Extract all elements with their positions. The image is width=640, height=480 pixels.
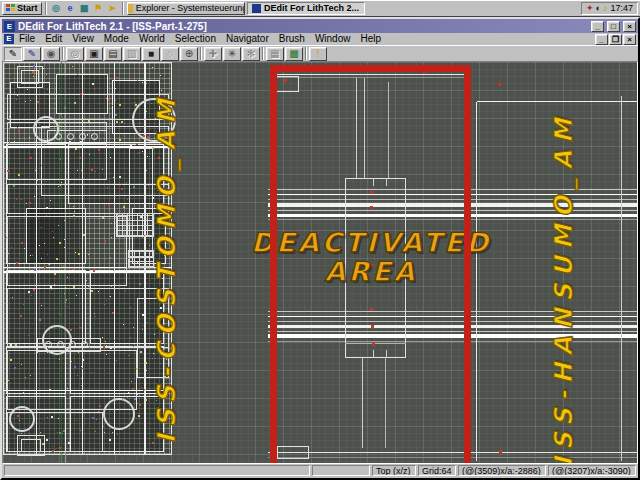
map-dot [136,143,138,145]
map-dot [131,381,132,382]
map-dot [21,364,22,365]
menu-view[interactable]: View [67,33,99,45]
geometry-line [268,325,638,328]
menu-mode[interactable]: Mode [99,33,134,45]
circle-tool[interactable]: ◎ [66,47,84,61]
map-dot [136,368,138,370]
close-button[interactable]: × [623,21,636,32]
taskbar-task-0[interactable]: Explorer - Systemsteuerung [127,2,245,15]
menu-navigator[interactable]: Navigator [221,33,274,45]
map-dot [142,329,143,330]
map-dot [46,207,48,209]
start-button[interactable]: Start [2,2,42,15]
menu-edit[interactable]: Edit [40,33,67,45]
window-title: DEdit For LithTech 2.1 - [ISS-Part-1-275… [18,21,588,32]
geometry-line [273,77,471,78]
geometry-line [345,343,406,344]
map-dot [44,266,46,268]
title-bar[interactable]: E DEdit For LithTech 2.1 - [ISS-Part-1-2… [2,19,638,33]
menu-file[interactable]: File [14,33,40,45]
mdi-close-button[interactable]: × [623,34,636,45]
internet-explorer-icon[interactable]: e [64,2,77,15]
block-tool[interactable]: ▣ [85,47,103,61]
maximize-button[interactable]: □ [607,21,620,32]
tray-volume-icon[interactable]: ◐ [596,3,601,14]
brush-tool[interactable]: ✎ [23,47,41,61]
map-dot [82,368,83,369]
snowflake-tool[interactable]: ✻ [242,47,260,61]
map-dot [106,300,107,301]
taskbar-task-1[interactable]: DEdit For LithTech 2... [247,2,365,15]
map-dot [68,442,70,444]
map-dot [92,83,94,85]
region-tool[interactable]: ▥ [123,47,141,61]
geometry-line [388,82,389,178]
menu-selection[interactable]: Selection [170,33,221,45]
menu-brush[interactable]: Brush [274,33,310,45]
map-dot [109,439,111,441]
marker-tool[interactable]: ✳ [223,47,241,61]
map-dot [142,82,143,83]
map-dot [7,314,8,315]
map-dot [134,155,135,156]
map-dot [34,196,35,197]
launch-key-icon[interactable]: ➤ [106,2,119,15]
map-viewport[interactable]: ISS-COSTOMO_AM ISS-HANSUMO_AM DEACTIVATE… [2,61,638,464]
show-desktop-icon[interactable]: ▦ [78,2,91,15]
map-dot [136,109,137,110]
crosshair-tool[interactable]: ✚ [204,47,222,61]
brushes-tool[interactable]: ▤ [104,47,122,61]
map-dot [117,434,118,435]
menu-world[interactable]: World [134,33,170,45]
mdi-minimize-button[interactable]: _ [595,34,608,45]
draw-tool[interactable]: ✎ [4,47,22,61]
map-dot [51,289,52,290]
map-dot [16,262,18,264]
map-dot [50,286,52,288]
map-dot [133,346,134,347]
power-tool[interactable]: ◉ [42,47,60,61]
map-dot [12,313,13,314]
map-dot [89,347,90,348]
map-dot [119,104,121,106]
status-spare [312,465,370,476]
map-dot [7,170,9,172]
map-dot [135,104,137,106]
zoom-out-tool[interactable]: ◌ [161,47,179,61]
view-channels-icon[interactable]: ◎ [50,2,63,15]
menu-help[interactable]: Help [355,33,386,45]
tray-sound-icon[interactable]: ♪ [603,3,608,14]
solid-tool[interactable]: ■ [142,47,160,61]
map-dot [147,136,149,138]
map-dot [10,74,11,75]
menu-window[interactable]: Window [310,33,356,45]
map-dot [148,185,149,186]
map-dot [60,314,61,315]
map-dot [25,101,26,102]
map-dot [46,181,47,182]
channels-icon[interactable]: ⚑ [92,2,105,15]
map-dot [121,184,122,185]
deactivated-label-line2: AREA [324,256,417,287]
grid-tool[interactable]: ▦ [266,47,284,61]
status-bar: Top (x/z) Grid:64 (@(3509)x/a:-2886) (@(… [2,464,638,478]
map-dot [88,120,90,122]
tray-app-icon[interactable]: ✦ [586,3,594,14]
lamp-tool[interactable]: ! [309,47,327,61]
map-dot [133,186,135,188]
geometry-line [621,96,622,461]
map-dot [138,415,140,417]
map-dot [27,89,28,90]
minimize-button[interactable]: _ [591,21,604,32]
map-dot [19,254,20,255]
map-dot [128,392,129,393]
mdi-restore-button[interactable]: ❐ [609,34,622,45]
map-dot [39,319,41,321]
map-dot [49,264,50,265]
green-grid-tool[interactable]: ▩ [285,47,303,61]
zoom-in-tool[interactable]: ⊕ [180,47,198,61]
geometry-line [364,78,365,178]
map-dot [65,287,66,288]
map-dot [63,363,64,364]
map-dot [104,370,105,371]
